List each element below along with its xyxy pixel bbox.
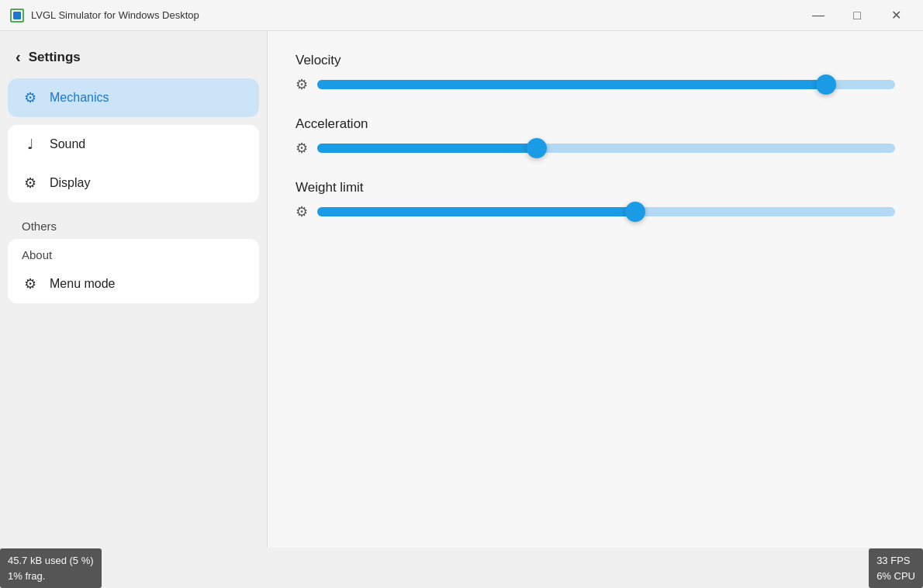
weight-limit-gear-icon[interactable]: ⚙ [296, 203, 308, 220]
main-layout: ‹ Settings ⚙ Mechanics ♩ Sound ⚙ Display… [0, 31, 923, 548]
sidebar-item-sound[interactable]: ♩ Sound [8, 125, 259, 164]
others-label: Others [8, 210, 259, 236]
app-icon [9, 8, 25, 23]
acceleration-group: Acceleration ⚙ [296, 116, 895, 157]
velocity-group: Velocity ⚙ [296, 53, 895, 93]
weight-limit-group: Weight limit ⚙ [296, 180, 895, 220]
status-left: 45.7 kB used (5 %) 1% frag. [0, 548, 102, 588]
music-icon: ♩ [22, 136, 39, 153]
window-title: LVGL Simulator for Windows Desktop [31, 9, 199, 21]
velocity-gear-icon[interactable]: ⚙ [296, 76, 308, 93]
acceleration-slider[interactable] [317, 144, 895, 153]
display-gear-icon: ⚙ [22, 175, 39, 192]
acceleration-row: ⚙ [296, 140, 895, 157]
title-bar: LVGL Simulator for Windows Desktop — □ ✕ [0, 0, 923, 31]
sound-label: Sound [50, 137, 85, 151]
acceleration-gear-icon[interactable]: ⚙ [296, 140, 308, 157]
sidebar-item-display[interactable]: ⚙ Display [8, 164, 259, 202]
close-button[interactable]: ✕ [878, 3, 914, 28]
velocity-label: Velocity [296, 53, 895, 68]
velocity-row: ⚙ [296, 76, 895, 93]
about-group: About ⚙ Menu mode [8, 239, 259, 303]
sidebar-item-menu-mode[interactable]: ⚙ Menu mode [8, 265, 259, 303]
display-label: Display [50, 176, 90, 190]
weight-limit-label: Weight limit [296, 180, 895, 195]
minimize-button[interactable]: — [800, 3, 836, 28]
velocity-thumb[interactable] [816, 74, 836, 95]
weight-limit-thumb[interactable] [625, 202, 645, 222]
title-bar-left: LVGL Simulator for Windows Desktop [9, 8, 199, 23]
settings-label: Settings [29, 50, 81, 65]
velocity-slider[interactable] [317, 80, 895, 89]
fps-info: 33 FPS [876, 553, 915, 569]
cpu-info: 6% CPU [876, 569, 915, 584]
weight-limit-slider[interactable] [317, 207, 895, 216]
gear-icon: ⚙ [22, 89, 39, 106]
acceleration-label: Acceleration [296, 116, 895, 132]
content-area: Velocity ⚙ Acceleration ⚙ [268, 31, 923, 548]
menu-mode-label: Menu mode [50, 277, 116, 291]
acceleration-thumb[interactable] [527, 138, 547, 158]
title-bar-controls: — □ ✕ [800, 3, 914, 28]
back-button[interactable]: ‹ Settings [8, 42, 259, 72]
status-bar: 45.7 kB used (5 %) 1% frag. 33 FPS 6% CP… [0, 548, 923, 588]
status-right: 33 FPS 6% CPU [869, 548, 923, 588]
menu-mode-gear-icon: ⚙ [22, 275, 39, 292]
about-label: About [8, 239, 259, 265]
sidebar-item-mechanics[interactable]: ⚙ Mechanics [8, 78, 259, 117]
sidebar: ‹ Settings ⚙ Mechanics ♩ Sound ⚙ Display… [0, 31, 268, 548]
mechanics-group: ⚙ Mechanics [8, 78, 259, 117]
svg-rect-2 [13, 12, 21, 19]
maximize-button[interactable]: □ [839, 3, 875, 28]
mechanics-label: Mechanics [50, 91, 109, 105]
memory-usage: 45.7 kB used (5 %) [8, 553, 94, 569]
back-arrow-icon: ‹ [16, 48, 21, 66]
frag-info: 1% frag. [8, 569, 94, 584]
sound-display-group: ♩ Sound ⚙ Display [8, 125, 259, 202]
weight-limit-row: ⚙ [296, 203, 895, 220]
